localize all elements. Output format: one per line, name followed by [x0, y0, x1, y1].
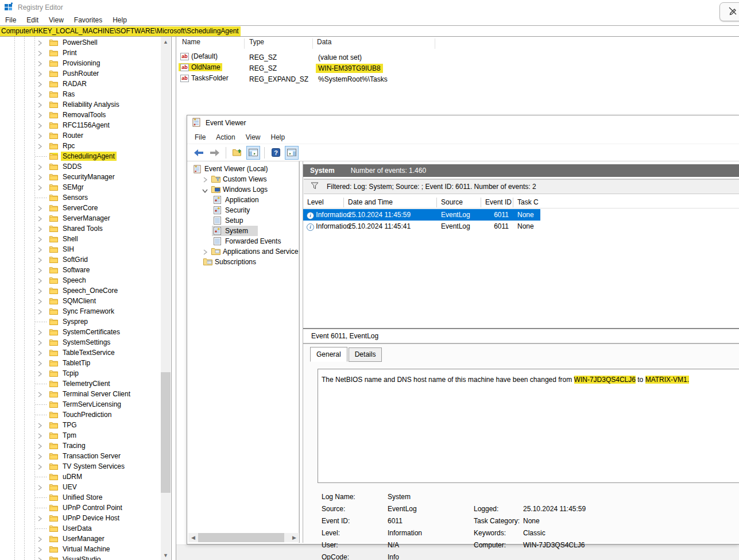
column-header-task-ca-[interactable]: Task Ca...: [517, 198, 539, 206]
expand-chevron-icon[interactable]: [38, 546, 44, 552]
event-viewer-menu-file[interactable]: File: [189, 132, 211, 142]
expand-chevron-icon[interactable]: [38, 205, 44, 211]
scrollbar-thumb[interactable]: [161, 372, 171, 493]
registry-key-unified-store[interactable]: Unified Store: [0, 492, 171, 503]
registry-key-print[interactable]: Print: [0, 48, 171, 58]
registry-key-shared-tools[interactable]: Shared Tools: [0, 223, 171, 234]
registry-key-radar[interactable]: RADAR: [0, 79, 171, 89]
expand-chevron-icon[interactable]: [38, 329, 44, 335]
registry-key-reliability-analysis[interactable]: Reliability Analysis: [0, 99, 171, 110]
registry-key-telemetryclient[interactable]: TelemetryClient: [0, 379, 171, 389]
ev-tree-item-system[interactable]: System: [188, 226, 299, 236]
expand-chevron-icon[interactable]: [38, 350, 44, 356]
collapse-chevron-icon[interactable]: [202, 187, 208, 193]
ev-tree-item-setup[interactable]: Setup: [188, 215, 299, 226]
event-viewer-menu-view[interactable]: View: [241, 132, 266, 142]
tab-details[interactable]: Details: [349, 347, 382, 362]
expand-chevron-icon[interactable]: [38, 339, 44, 345]
registry-key-tv-system-services[interactable]: TV System Services: [0, 461, 171, 472]
expand-chevron-icon[interactable]: [38, 246, 44, 252]
registry-key-shell[interactable]: Shell: [0, 234, 171, 244]
registry-value-row[interactable]: abOldNameREG_SZWIN-EM39TG9IUB8: [177, 63, 739, 74]
registry-key-tracing[interactable]: Tracing: [0, 441, 171, 451]
scrollbar-thumb[interactable]: [198, 533, 284, 542]
expand-chevron-icon[interactable]: [38, 257, 44, 262]
expand-chevron-icon[interactable]: [38, 174, 44, 180]
registry-value-row[interactable]: abTasksFolderREG_EXPAND_SZ%SystemRoot%\T…: [177, 74, 739, 84]
column-divider[interactable]: [513, 198, 513, 207]
ev-tree-item-applications-and-services-lo[interactable]: Applications and Services Lo: [188, 246, 299, 257]
column-header-source[interactable]: Source: [441, 198, 479, 206]
registry-key-tabletextservice[interactable]: TableTextService: [0, 347, 171, 358]
expand-chevron-icon[interactable]: [38, 112, 44, 118]
registry-key-upnp-control-point[interactable]: UPnP Control Point: [0, 503, 171, 513]
expand-chevron-icon[interactable]: [38, 102, 44, 107]
registry-key-terminal-server-client[interactable]: Terminal Server Client: [0, 389, 171, 399]
help-button[interactable]: ?: [269, 146, 283, 160]
registry-key-udrm[interactable]: uDRM: [0, 472, 171, 482]
registry-key-systemsettings[interactable]: SystemSettings: [0, 337, 171, 347]
registry-key-visualstudio[interactable]: VisualStudio: [0, 554, 171, 560]
registry-key-schedulingagent[interactable]: SchedulingAgent: [0, 151, 171, 161]
ev-tree-item-security[interactable]: Security: [188, 205, 299, 215]
column-divider[interactable]: [343, 198, 344, 207]
registry-key-securitymanager[interactable]: SecurityManager: [0, 172, 171, 182]
registry-key-powershell[interactable]: PowerShell: [0, 37, 171, 48]
registry-key-virtual-machine[interactable]: Virtual Machine: [0, 544, 171, 554]
event-viewer-menu-action[interactable]: Action: [211, 132, 240, 142]
registry-key-servercore[interactable]: ServerCore: [0, 203, 171, 213]
expand-chevron-icon[interactable]: [38, 122, 44, 128]
ev-tree-item-event-viewer-local-[interactable]: Event Viewer (Local): [188, 164, 299, 174]
scroll-down-icon[interactable]: ▼: [161, 550, 171, 560]
expand-chevron-icon[interactable]: [38, 422, 44, 428]
tab-general[interactable]: General: [310, 347, 347, 362]
expand-chevron-icon[interactable]: [38, 288, 44, 293]
expand-chevron-icon[interactable]: [38, 81, 44, 87]
registry-value-row[interactable]: ab(Default)REG_SZ(value not set): [177, 52, 739, 63]
expand-chevron-icon[interactable]: [38, 370, 44, 376]
column-divider[interactable]: [244, 38, 245, 49]
show-action-pane-button[interactable]: [285, 146, 299, 160]
ev-tree-item-application[interactable]: Application: [188, 195, 299, 205]
registry-key-sysprep[interactable]: Sysprep: [0, 316, 171, 327]
registry-key-rpc[interactable]: Rpc: [0, 141, 171, 151]
ev-tree-item-forwarded-events[interactable]: Forwarded Events: [188, 236, 299, 246]
registry-key-tcpip[interactable]: Tcpip: [0, 368, 171, 379]
scroll-right-icon[interactable]: ▶: [289, 533, 299, 543]
expand-chevron-icon[interactable]: [38, 143, 44, 149]
expand-chevron-icon[interactable]: [38, 308, 44, 314]
registry-key-softgrid[interactable]: SoftGrid: [0, 254, 171, 265]
scroll-up-icon[interactable]: ▲: [161, 37, 171, 47]
registry-menu-help[interactable]: Help: [107, 15, 132, 25]
expand-chevron-icon[interactable]: [38, 91, 44, 97]
registry-tree-scrollbar[interactable]: ▲ ▼: [161, 37, 171, 560]
expand-chevron-icon[interactable]: [38, 226, 44, 231]
open-saved-log-button[interactable]: [230, 146, 244, 160]
registry-key-userdata[interactable]: UserData: [0, 523, 171, 534]
registry-key-termservlicensing[interactable]: TermServLicensing: [0, 399, 171, 410]
registry-key-ras[interactable]: Ras: [0, 89, 171, 99]
back-button[interactable]: [192, 146, 206, 160]
expand-chevron-icon[interactable]: [38, 50, 44, 56]
registry-key-sih[interactable]: SIH: [0, 244, 171, 254]
registry-key-tpg[interactable]: TPG: [0, 420, 171, 430]
registry-menu-view[interactable]: View: [44, 15, 69, 25]
expand-chevron-icon[interactable]: [38, 432, 44, 438]
expand-chevron-icon[interactable]: [38, 133, 44, 138]
registry-key-tpm[interactable]: Tpm: [0, 430, 171, 441]
column-divider[interactable]: [436, 198, 437, 207]
event-message-box[interactable]: The NetBIOS name and DNS host name of th…: [318, 369, 739, 483]
column-header-event-id[interactable]: Event ID: [485, 198, 512, 206]
registry-menu-edit[interactable]: Edit: [21, 15, 44, 25]
expand-chevron-icon[interactable]: [38, 184, 44, 190]
registry-key-sync-framework[interactable]: Sync Framework: [0, 306, 171, 316]
registry-key-usermanager[interactable]: UserManager: [0, 534, 171, 544]
expand-chevron-icon[interactable]: [203, 176, 209, 182]
registry-key-touchprediction[interactable]: TouchPrediction: [0, 410, 171, 420]
registry-key-pushrouter[interactable]: PushRouter: [0, 68, 171, 79]
expand-chevron-icon[interactable]: [203, 249, 209, 254]
expand-chevron-icon[interactable]: [38, 164, 44, 169]
values-column-data[interactable]: Data: [317, 38, 331, 49]
registry-key-software[interactable]: Software: [0, 265, 171, 275]
registry-key-router[interactable]: Router: [0, 130, 171, 141]
